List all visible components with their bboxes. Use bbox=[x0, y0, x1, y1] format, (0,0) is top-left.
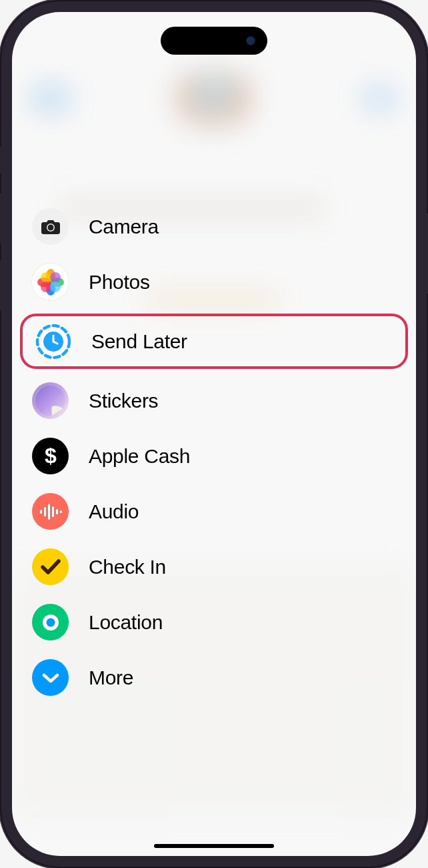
menu-item-check-in[interactable]: Check In bbox=[12, 539, 416, 594]
menu-label-send-later: Send Later bbox=[91, 330, 187, 353]
volume-down-button bbox=[0, 260, 1, 310]
phone-screen: Camera Photos bbox=[12, 12, 416, 856]
menu-item-send-later[interactable]: Send Later bbox=[20, 314, 408, 369]
menu-label-camera: Camera bbox=[89, 215, 159, 238]
dollar-icon: $ bbox=[32, 438, 69, 474]
svg-rect-17 bbox=[56, 509, 58, 514]
menu-label-audio: Audio bbox=[89, 500, 139, 523]
clock-dashed-icon bbox=[35, 323, 71, 360]
menu-item-more[interactable]: More bbox=[12, 650, 416, 705]
volume-up-button bbox=[0, 193, 1, 244]
svg-text:$: $ bbox=[45, 444, 57, 468]
dynamic-island bbox=[161, 27, 267, 55]
menu-label-apple-cash: Apple Cash bbox=[89, 445, 190, 468]
mute-switch bbox=[0, 147, 1, 173]
front-camera bbox=[246, 36, 255, 45]
menu-item-audio[interactable]: Audio bbox=[12, 484, 416, 539]
svg-point-1 bbox=[47, 224, 53, 230]
svg-point-20 bbox=[46, 618, 55, 626]
home-indicator[interactable] bbox=[154, 844, 274, 848]
svg-rect-18 bbox=[60, 510, 62, 513]
iphone-frame: Camera Photos bbox=[0, 0, 428, 868]
menu-item-location[interactable]: Location bbox=[12, 594, 416, 650]
menu-item-stickers[interactable]: Stickers bbox=[12, 373, 416, 428]
menu-label-photos: Photos bbox=[89, 271, 150, 294]
stickers-icon bbox=[32, 382, 69, 419]
location-dot-icon bbox=[32, 604, 69, 640]
waveform-icon bbox=[32, 493, 69, 530]
menu-label-check-in: Check In bbox=[89, 556, 166, 578]
photos-icon bbox=[32, 264, 69, 300]
svg-rect-13 bbox=[40, 510, 42, 514]
menu-label-stickers: Stickers bbox=[89, 390, 158, 412]
menu-label-location: Location bbox=[89, 611, 163, 634]
menu-item-apple-cash[interactable]: $ Apple Cash bbox=[12, 428, 416, 484]
checkmark-icon bbox=[32, 548, 69, 585]
menu-item-photos[interactable]: Photos bbox=[12, 254, 416, 310]
camera-icon bbox=[32, 208, 69, 245]
chevron-down-icon bbox=[32, 659, 69, 696]
plus-menu-sheet: Camera Photos bbox=[12, 199, 416, 856]
menu-item-camera[interactable]: Camera bbox=[12, 199, 416, 254]
menu-label-more: More bbox=[89, 667, 133, 689]
svg-rect-14 bbox=[44, 507, 46, 516]
svg-rect-15 bbox=[48, 504, 50, 520]
svg-rect-16 bbox=[52, 506, 54, 517]
